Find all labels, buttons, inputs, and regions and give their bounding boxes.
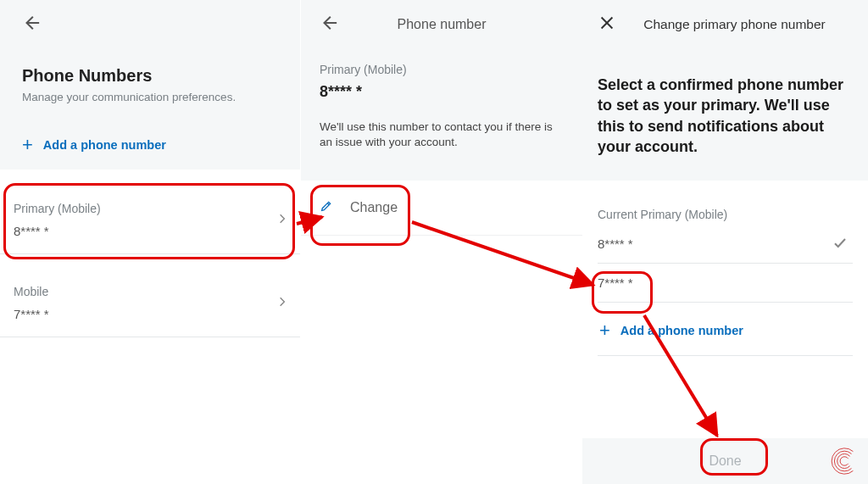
- change-label: Change: [350, 200, 398, 215]
- check-icon: [832, 235, 848, 253]
- screen-title: Phone number: [338, 17, 545, 32]
- phone-item-primary[interactable]: Primary (Mobile) 8**** *: [0, 186, 300, 254]
- page-title: Phone Numbers: [22, 66, 278, 86]
- chevron-right-icon: [276, 296, 288, 311]
- phone-option-alt[interactable]: 7**** *: [598, 264, 853, 303]
- primary-label: Primary (Mobile): [320, 63, 564, 76]
- back-arrow-icon[interactable]: [320, 14, 338, 36]
- chevron-right-icon: [276, 213, 288, 228]
- phone-item-label: Primary (Mobile): [14, 202, 292, 215]
- change-primary-screen: Change primary phone number Select a con…: [582, 0, 868, 484]
- phone-option-value: 8**** *: [598, 236, 633, 251]
- phone-option-value: 7**** *: [598, 275, 633, 290]
- phone-option-current[interactable]: 8**** *: [598, 225, 853, 264]
- phone-item-value: 8**** *: [14, 224, 292, 238]
- phone-detail-screen: Phone number Primary (Mobile) 8**** * We…: [300, 0, 582, 484]
- add-phone-label: Add a phone number: [43, 138, 166, 152]
- add-phone-label: Add a phone number: [620, 324, 743, 337]
- close-icon[interactable]: [598, 14, 616, 36]
- primary-note: We'll use this number to contact you if …: [320, 120, 564, 150]
- headline-text: Select a confirmed phone number to set a…: [598, 75, 853, 157]
- back-arrow-icon[interactable]: [22, 14, 41, 36]
- pencil-icon: [320, 199, 333, 216]
- screen-title: Change primary phone number: [616, 17, 853, 32]
- brand-logo-icon: [827, 445, 860, 477]
- phone-item-mobile[interactable]: Mobile 7**** *: [0, 270, 300, 337]
- phone-item-value: 7**** *: [14, 307, 292, 321]
- done-label: Done: [709, 453, 741, 469]
- page-subtitle: Manage your communication preferences.: [22, 91, 278, 103]
- phone-item-label: Mobile: [14, 285, 292, 298]
- add-phone-button[interactable]: + Add a phone number: [598, 321, 853, 340]
- change-button[interactable]: Change: [301, 181, 582, 236]
- add-phone-button[interactable]: + Add a phone number: [22, 136, 278, 154]
- done-button[interactable]: Done: [582, 438, 868, 484]
- current-primary-label: Current Primary (Mobile): [598, 208, 853, 221]
- plus-icon: +: [599, 321, 610, 340]
- plus-icon: +: [22, 136, 33, 154]
- phone-numbers-screen: Phone Numbers Manage your communication …: [0, 0, 300, 484]
- primary-value: 8**** *: [320, 83, 564, 101]
